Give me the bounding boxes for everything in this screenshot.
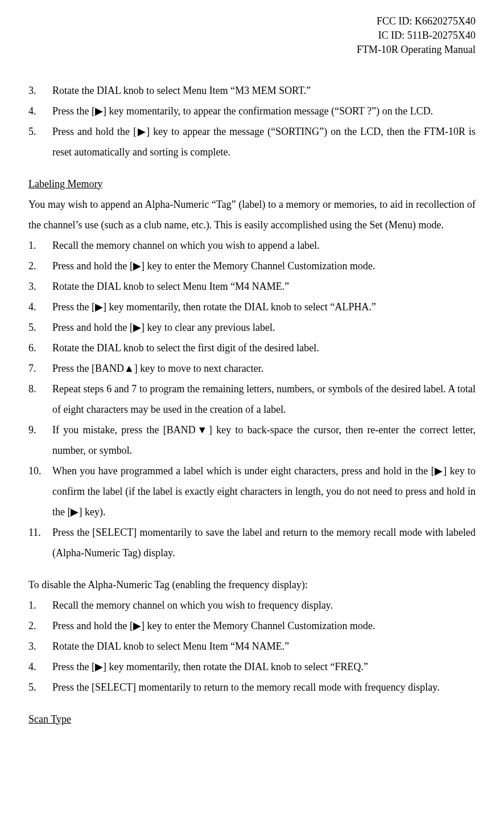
list-item: If you mistake, press the [BAND▼] key to… xyxy=(28,420,476,461)
list-item: Rotate the DIAL knob to select the first… xyxy=(28,338,476,358)
labeling-intro: You may wish to append an Alpha-Numeric … xyxy=(28,194,476,235)
list-item: Press and hold the [▶] key to appear the… xyxy=(28,121,476,162)
list-item: Press the [▶] key momentarily, to appear… xyxy=(28,101,476,121)
list-item: Press the [▶] key momentarily, then rota… xyxy=(28,656,476,677)
ic-id: IC ID: 511B-20275X40 xyxy=(28,28,476,43)
list-item: When you have programmed a label which i… xyxy=(28,461,476,522)
section-title-scan: Scan Type xyxy=(28,709,476,729)
document-header: FCC ID: K6620275X40 IC ID: 511B-20275X40… xyxy=(28,14,476,58)
manual-title: FTM-10R Operating Manual xyxy=(28,43,476,57)
list-item: Press the [SELECT] momentarily to save t… xyxy=(28,522,476,563)
fcc-id: FCC ID: K6620275X40 xyxy=(28,14,476,28)
list-item: Rotate the DIAL knob to select Menu Item… xyxy=(28,636,476,656)
list-item: Repeat steps 6 and 7 to program the rema… xyxy=(28,379,476,420)
list-item: Rotate the DIAL knob to select Menu Item… xyxy=(28,276,476,297)
list-item: Press the [SELECT] momentarily to return… xyxy=(28,677,476,697)
list-item: Press the [BAND▲] key to move to next ch… xyxy=(28,358,476,379)
section-title-labeling: Labeling Memory xyxy=(28,174,476,194)
labeling-list: Recall the memory channel on which you w… xyxy=(28,235,476,563)
section1-list: Rotate the DIAL knob to select Menu Item… xyxy=(28,80,476,162)
disable-list: Recall the memory channel on which you w… xyxy=(28,595,476,697)
list-item: Recall the memory channel on which you w… xyxy=(28,595,476,615)
disable-intro: To disable the Alpha-Numeric Tag (enabli… xyxy=(28,574,476,595)
list-item: Rotate the DIAL knob to select Menu Item… xyxy=(28,80,476,101)
list-item: Press the [▶] key momentarily, then rota… xyxy=(28,297,476,317)
list-item: Press and hold the [▶] key to clear any … xyxy=(28,317,476,338)
list-item: Press and hold the [▶] key to enter the … xyxy=(28,256,476,276)
list-item: Press and hold the [▶] key to enter the … xyxy=(28,615,476,636)
list-item: Recall the memory channel on which you w… xyxy=(28,235,476,256)
